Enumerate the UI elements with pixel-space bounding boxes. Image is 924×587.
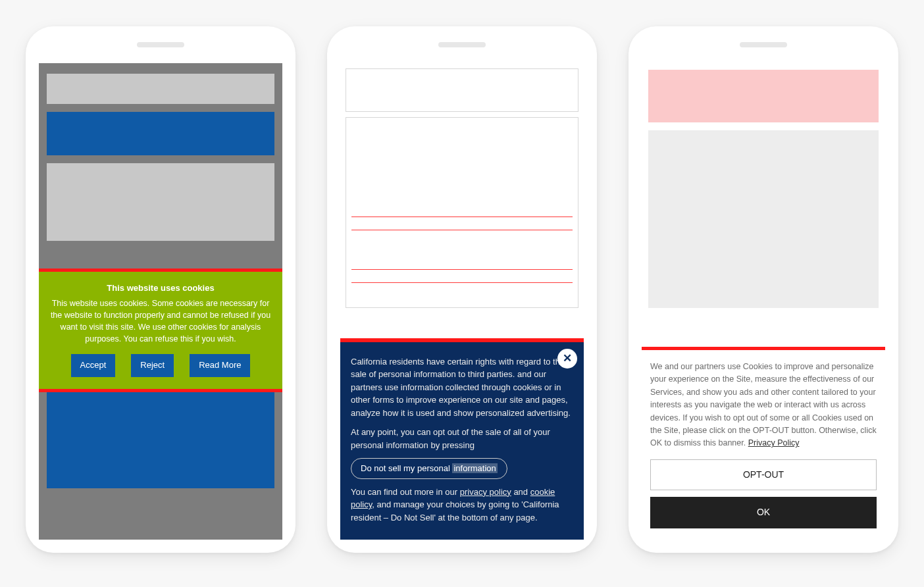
redline	[351, 269, 573, 270]
banner-body: We and our partners use Cookies to impro…	[650, 362, 877, 447]
cookie-banner: We and our partners use Cookies to impro…	[642, 347, 885, 540]
ok-button[interactable]: OK	[650, 497, 877, 528]
redline	[351, 282, 573, 283]
opt-out-button[interactable]: OPT-OUT	[650, 459, 877, 491]
content-block	[47, 112, 274, 155]
do-not-sell-button[interactable]: Do not sell my personal information	[351, 458, 507, 479]
cookie-banner: This website uses cookies This website u…	[39, 268, 282, 392]
phone-screen: This website uses cookies This website u…	[39, 63, 282, 540]
privacy-policy-link[interactable]: privacy policy	[460, 487, 511, 497]
read-more-button[interactable]: Read More	[190, 354, 250, 377]
content-block	[648, 130, 879, 308]
banner-paragraph: At any point, you can opt out of the sal…	[351, 426, 573, 451]
content-block	[346, 117, 578, 308]
content-block	[47, 74, 274, 104]
privacy-policy-link[interactable]: Privacy Policy	[748, 438, 800, 447]
phone-speaker	[438, 42, 486, 47]
accept-button[interactable]: Accept	[71, 354, 116, 377]
phone-screen: ✕ California residents have certain righ…	[340, 63, 584, 540]
cookie-banner: ✕ California residents have certain righ…	[340, 338, 584, 540]
redline	[351, 230, 573, 230]
phone-speaker	[137, 42, 184, 47]
banner-paragraph: You can find out more in our privacy pol…	[351, 486, 573, 524]
phone-mockup-3: We and our partners use Cookies to impro…	[629, 26, 898, 553]
banner-paragraph: California residents have certain rights…	[351, 355, 573, 420]
reject-button[interactable]: Reject	[131, 354, 174, 377]
content-block	[346, 68, 578, 112]
banner-title: This website uses cookies	[50, 282, 271, 295]
content-block	[47, 163, 274, 241]
redline	[351, 217, 573, 217]
phone-speaker	[740, 42, 787, 47]
phone-mockup-2: ✕ California residents have certain righ…	[327, 26, 597, 553]
close-icon[interactable]: ✕	[557, 349, 577, 369]
banner-body: This website uses cookies. Some cookies …	[50, 297, 271, 345]
phone-mockup-1: This website uses cookies This website u…	[26, 26, 295, 553]
phone-screen: We and our partners use Cookies to impro…	[642, 63, 885, 540]
content-block	[648, 70, 879, 122]
